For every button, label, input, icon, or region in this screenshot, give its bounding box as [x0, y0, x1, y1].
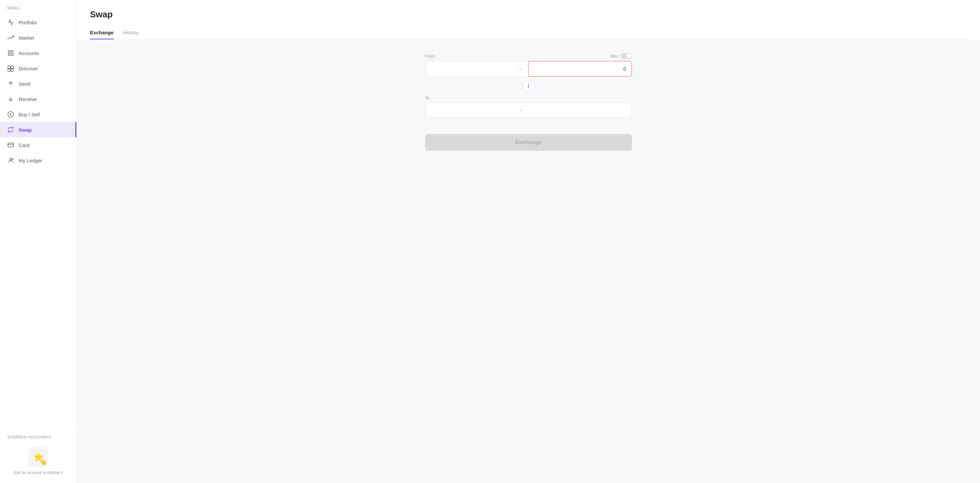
- content-area: From Max 0: [77, 40, 980, 483]
- svg-rect-4: [8, 66, 11, 69]
- to-currency-select[interactable]: [425, 102, 528, 118]
- svg-rect-0: [8, 51, 10, 52]
- sidebar-item-label: Market: [19, 35, 34, 41]
- page-header: Swap Exchange History: [77, 0, 980, 40]
- from-header: From Max: [425, 53, 632, 59]
- swap-arrows-icon: [526, 83, 531, 89]
- sidebar-item-label: Accounts: [19, 50, 39, 56]
- menu-label: MENU: [0, 0, 76, 13]
- sidebar-item-label: Card: [19, 142, 30, 148]
- svg-rect-6: [8, 69, 11, 71]
- sidebar-item-label: Portfolio: [19, 20, 37, 25]
- svg-rect-3: [11, 54, 13, 56]
- send-icon: [7, 80, 14, 87]
- sidebar-item-discover[interactable]: Discover: [0, 61, 76, 76]
- to-label: To: [425, 95, 430, 100]
- exchange-btn-wrapper: Exchange: [425, 134, 632, 151]
- market-icon: [7, 34, 14, 41]
- svg-rect-1: [11, 51, 13, 52]
- chevron-down-icon: [518, 67, 523, 71]
- sidebar-item-label: Discover: [19, 66, 38, 71]
- svg-rect-13: [8, 143, 14, 147]
- from-label: From: [425, 54, 435, 59]
- sidebar-item-market[interactable]: Market: [0, 30, 76, 45]
- sidebar-item-my-ledger[interactable]: My Ledger: [0, 153, 76, 168]
- from-row: 0: [425, 61, 632, 77]
- my-ledger-icon: [7, 157, 14, 164]
- svg-point-15: [10, 158, 12, 160]
- svg-rect-2: [8, 54, 10, 56]
- sidebar-item-buy-sell[interactable]: Buy / Sell: [0, 106, 76, 122]
- starred-empty-text: Star an account to display it: [14, 470, 63, 475]
- discover-icon: [7, 65, 14, 71]
- chevron-down-icon: [519, 108, 523, 113]
- sidebar-item-portfolio[interactable]: Portfolio: [0, 15, 76, 30]
- main-content: Swap Exchange History From Max: [77, 0, 980, 483]
- accounts-icon: [7, 50, 14, 56]
- swap-direction-button[interactable]: [522, 80, 535, 92]
- from-amount-field[interactable]: 0: [528, 61, 632, 77]
- sidebar-item-label: Buy / Sell: [19, 112, 40, 118]
- portfolio-icon: [7, 19, 14, 25]
- receive-icon: [7, 96, 14, 102]
- svg-rect-5: [11, 66, 14, 69]
- card-icon: [7, 141, 14, 148]
- swap-direction-wrapper: [425, 77, 632, 95]
- max-toggle-switch[interactable]: [620, 53, 632, 59]
- sidebar-item-swap[interactable]: Swap: [0, 122, 76, 137]
- to-amount-value: -: [625, 107, 626, 113]
- swap-form: From Max 0: [425, 53, 632, 151]
- star-icon-wrapper: ⭐ 👆: [29, 447, 48, 467]
- tabs-container: Exchange History: [90, 26, 967, 40]
- sidebar-item-send[interactable]: Send: [0, 76, 76, 91]
- svg-point-16: [12, 159, 13, 160]
- page-title: Swap: [90, 10, 967, 20]
- sidebar: MENU Portfolio Market: [0, 0, 77, 483]
- sidebar-item-card[interactable]: Card: [0, 137, 76, 153]
- tab-history[interactable]: History: [123, 26, 139, 39]
- sidebar-item-label: Receive: [19, 96, 37, 102]
- sidebar-item-label: Send: [19, 81, 30, 87]
- buy-sell-icon: [7, 111, 14, 118]
- to-header: To: [425, 95, 632, 100]
- sidebar-item-receive[interactable]: Receive: [0, 91, 76, 106]
- sidebar-item-accounts[interactable]: Accounts: [0, 45, 76, 61]
- sidebar-item-label: My Ledger: [19, 158, 42, 163]
- from-currency-select[interactable]: [425, 61, 528, 77]
- svg-rect-7: [11, 69, 14, 71]
- starred-accounts-label: STARRED ACCOUNTS: [0, 435, 76, 444]
- to-amount-field: -: [528, 102, 632, 118]
- starred-empty-state: ⭐ 👆 Star an account to display it: [0, 444, 76, 483]
- cursor-icon: 👆: [40, 458, 47, 466]
- from-section: From Max 0: [425, 53, 632, 77]
- tab-exchange[interactable]: Exchange: [90, 26, 114, 39]
- sidebar-item-label: Swap: [19, 127, 32, 133]
- to-row: -: [425, 102, 632, 118]
- sidebar-nav: Portfolio Market Accounts: [0, 13, 76, 169]
- swap-icon: [7, 126, 14, 133]
- starred-accounts-section: STARRED ACCOUNTS ⭐ 👆 Star an account to …: [0, 429, 76, 483]
- to-section: To -: [425, 95, 632, 118]
- exchange-button[interactable]: Exchange: [425, 134, 632, 151]
- from-amount-value: 0: [623, 66, 626, 71]
- max-label: Max: [610, 54, 619, 59]
- max-toggle-wrapper[interactable]: Max: [610, 53, 632, 59]
